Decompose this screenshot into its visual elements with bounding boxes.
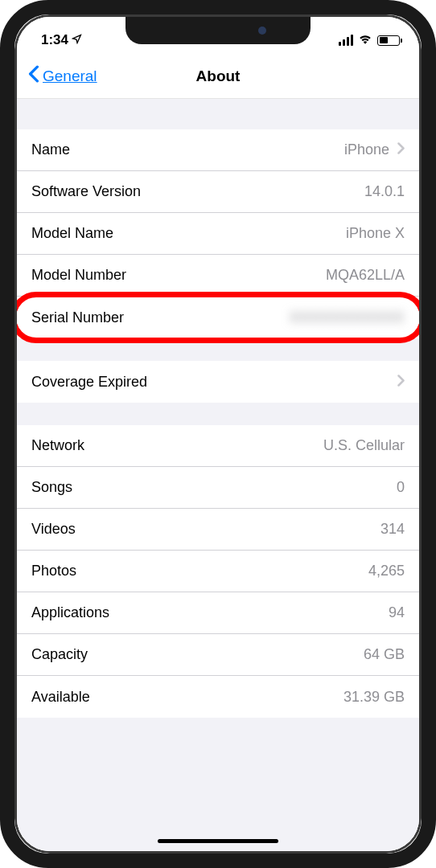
- chevron-right-icon: [397, 141, 405, 158]
- row-value: 64 GB: [364, 646, 405, 663]
- row-value-redacted: XXXXXXXXXXX: [290, 309, 405, 326]
- row-value: 94: [389, 604, 405, 621]
- row-software-version[interactable]: Software Version 14.0.1: [17, 171, 419, 213]
- row-label: Software Version: [31, 183, 141, 200]
- chevron-right-icon: [397, 374, 405, 391]
- row-label: Applications: [31, 604, 109, 621]
- row-coverage-expired[interactable]: Coverage Expired: [17, 361, 419, 403]
- row-label: Videos: [31, 521, 76, 538]
- row-value: 0: [397, 479, 405, 496]
- row-value: 14.0.1: [364, 183, 405, 200]
- notch: [125, 17, 311, 44]
- row-available[interactable]: Available 31.39 GB: [17, 676, 419, 718]
- row-label: Model Name: [31, 225, 113, 242]
- page-title: About: [196, 68, 241, 85]
- row-value: 31.39 GB: [343, 689, 405, 706]
- row-photos[interactable]: Photos 4,265: [17, 551, 419, 592]
- settings-list[interactable]: Name iPhone Software Version: [17, 99, 419, 851]
- back-button[interactable]: General: [28, 65, 97, 87]
- cellular-signal-icon: [339, 35, 353, 46]
- row-videos[interactable]: Videos 314: [17, 509, 419, 551]
- nav-header: General About: [17, 57, 419, 99]
- location-arrow-icon: [72, 32, 82, 48]
- phone-frame: 1:34: [0, 0, 436, 868]
- section-coverage: Coverage Expired: [17, 361, 419, 403]
- row-name[interactable]: Name iPhone: [17, 129, 419, 171]
- wifi-icon: [358, 33, 372, 47]
- row-value: U.S. Cellular: [323, 437, 405, 454]
- row-label: Serial Number: [31, 309, 124, 326]
- row-applications[interactable]: Applications 94: [17, 592, 419, 634]
- row-value: 4,265: [368, 563, 405, 579]
- chevron-left-icon: [28, 65, 39, 87]
- row-model-number[interactable]: Model Number MQA62LL/A: [17, 255, 419, 297]
- status-time: 1:34: [41, 32, 82, 48]
- row-label: Network: [31, 437, 84, 454]
- section-usage: Network U.S. Cellular Songs 0 Videos 314: [17, 425, 419, 718]
- row-label: Songs: [31, 479, 72, 496]
- row-label: Model Number: [31, 267, 126, 284]
- row-value: iPhone X: [346, 225, 405, 242]
- battery-icon: [377, 35, 400, 46]
- row-capacity[interactable]: Capacity 64 GB: [17, 634, 419, 676]
- time-label: 1:34: [41, 32, 68, 48]
- row-label: Name: [31, 141, 70, 158]
- home-indicator[interactable]: [158, 839, 278, 843]
- row-network[interactable]: Network U.S. Cellular: [17, 425, 419, 467]
- row-value: iPhone: [344, 141, 389, 158]
- row-value: MQA62LL/A: [326, 267, 405, 284]
- section-device-info: Name iPhone Software Version: [17, 129, 419, 338]
- row-label: Photos: [31, 563, 76, 579]
- row-label: Coverage Expired: [31, 374, 147, 391]
- row-model-name[interactable]: Model Name iPhone X: [17, 213, 419, 255]
- row-label: Capacity: [31, 646, 88, 663]
- row-label: Available: [31, 689, 90, 706]
- row-value: 314: [380, 521, 405, 538]
- row-songs[interactable]: Songs 0: [17, 467, 419, 509]
- row-serial-number[interactable]: Serial Number XXXXXXXXXXX: [17, 297, 419, 338]
- back-label: General: [43, 68, 97, 85]
